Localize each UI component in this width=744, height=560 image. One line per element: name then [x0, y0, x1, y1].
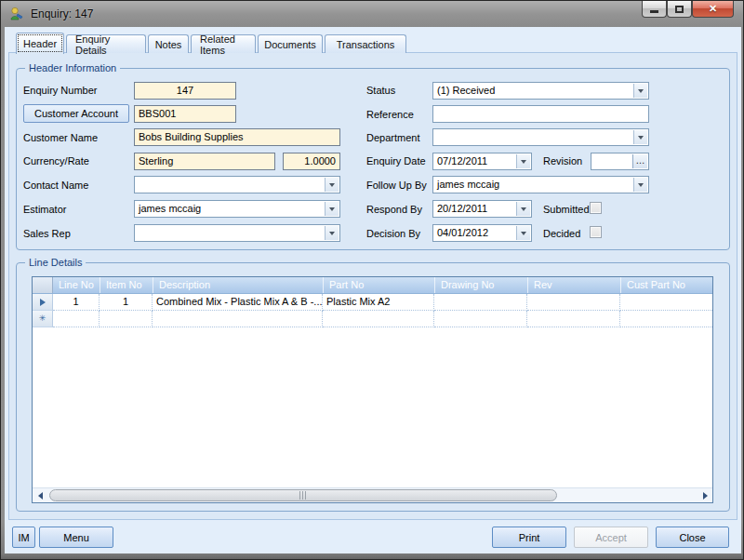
enquiry-date-value: 07/12/2011	[437, 155, 487, 167]
reference-label: Reference	[366, 109, 414, 120]
submitted-checkbox[interactable]	[590, 202, 602, 214]
column-header-part-no[interactable]: Part No	[323, 277, 434, 293]
grid-cell-empty[interactable]	[620, 311, 712, 327]
table-row[interactable]: 1 1 Combined Mix - Plastic Mix A & B -..…	[33, 294, 712, 311]
revision-field[interactable]: …	[591, 153, 649, 170]
grid-cell-empty[interactable]	[434, 311, 527, 327]
revision-ellipsis-button[interactable]: …	[632, 154, 647, 168]
header-information-group-label: Header Information	[25, 62, 120, 73]
submitted-label: Submitted	[543, 204, 590, 215]
status-value: (1) Received	[437, 85, 495, 96]
im-button[interactable]: IM	[12, 527, 35, 548]
accept-button: Accept	[574, 527, 648, 548]
scrollbar-grip-icon	[299, 491, 307, 500]
tab-related-items[interactable]: Related Items	[191, 34, 256, 53]
column-header-cust-part-no[interactable]: Cust Part No	[620, 277, 712, 293]
department-combo[interactable]	[432, 128, 649, 146]
row-selector-new[interactable]: ✳	[33, 311, 53, 327]
customer-name-field[interactable]: Bobs Building Supplies	[134, 128, 340, 146]
new-row-asterisk-icon: ✳	[39, 314, 46, 323]
grid-cell-description[interactable]: Combined Mix - Plastic Mix A & B -...	[153, 294, 323, 311]
tab-header[interactable]: Header	[16, 33, 64, 54]
department-label: Department	[366, 132, 419, 143]
estimator-dropdown-button[interactable]	[325, 202, 339, 216]
grid-cell-part-no[interactable]: Plastic Mix A2	[323, 294, 434, 311]
title-bar[interactable]: Enquiry: 147 ✕	[1, 1, 744, 27]
current-row-arrow-icon	[40, 299, 46, 306]
sales-rep-dropdown-button[interactable]	[325, 226, 339, 240]
reference-field[interactable]	[432, 105, 649, 123]
revision-label: Revision	[543, 155, 582, 167]
grid-cell-empty[interactable]	[53, 311, 100, 327]
status-dropdown-button[interactable]	[633, 84, 647, 98]
tab-notes[interactable]: Notes	[148, 34, 189, 53]
currency-field[interactable]: Sterling	[134, 153, 275, 170]
chevron-down-icon	[521, 207, 526, 211]
scrollbar-thumb[interactable]	[49, 489, 557, 501]
column-header-drawing-no[interactable]: Drawing No	[434, 277, 527, 293]
line-details-group-label: Line Details	[25, 257, 86, 268]
column-header-line-no[interactable]: Line No	[53, 277, 100, 293]
tab-strip: Header Enquiry Details Notes Related Ite…	[16, 32, 408, 53]
scroll-right-button[interactable]	[700, 491, 710, 500]
maximize-button[interactable]	[667, 1, 692, 18]
follow-up-by-dropdown-button[interactable]	[633, 178, 647, 192]
enquiry-number-label: Enquiry Number	[23, 85, 97, 96]
column-header-item-no[interactable]: Item No	[100, 277, 153, 293]
close-button[interactable]: Close	[656, 527, 729, 548]
follow-up-by-combo[interactable]: james mccaig	[432, 176, 649, 193]
rate-field[interactable]: 1.0000	[283, 153, 340, 170]
grid-cell-drawing-no[interactable]	[434, 294, 527, 311]
tab-transactions[interactable]: Transactions	[325, 34, 406, 53]
enquiry-window: Enquiry: 147 ✕ Header Enquiry Details No…	[0, 0, 744, 560]
enquiry-date-dropdown-button[interactable]	[516, 154, 530, 168]
grid-corner-cell[interactable]	[33, 277, 53, 293]
tab-enquiry-details[interactable]: Enquiry Details	[66, 34, 146, 53]
grid-cell-empty[interactable]	[153, 311, 323, 327]
close-window-button[interactable]: ✕	[692, 1, 734, 18]
respond-by-picker[interactable]: 20/12/2011	[432, 200, 532, 218]
enquiry-date-picker[interactable]: 07/12/2011	[432, 153, 532, 170]
grid-cell-item-no[interactable]: 1	[100, 294, 153, 311]
column-header-description[interactable]: Description	[153, 277, 323, 293]
decision-by-value: 04/01/2012	[437, 227, 488, 238]
grid-new-row[interactable]: ✳	[33, 311, 712, 327]
row-selector-current[interactable]	[33, 294, 53, 311]
customer-name-label: Customer Name	[23, 132, 98, 143]
grid-cell-cust-part-no[interactable]	[620, 294, 712, 311]
status-combo[interactable]: (1) Received	[432, 82, 649, 100]
grid-cell-line-no[interactable]: 1	[53, 294, 100, 311]
print-button[interactable]: Print	[492, 527, 566, 548]
chevron-down-icon	[329, 207, 335, 211]
grid-cell-empty[interactable]	[527, 311, 620, 327]
department-dropdown-button[interactable]	[633, 130, 647, 144]
sales-rep-combo[interactable]	[134, 224, 340, 242]
contact-name-combo[interactable]	[134, 176, 340, 193]
tab-documents[interactable]: Documents	[258, 34, 323, 53]
column-header-rev[interactable]: Rev	[527, 277, 620, 293]
estimator-combo[interactable]: james mccaig	[134, 200, 340, 218]
scroll-left-button[interactable]	[35, 491, 45, 500]
menu-button[interactable]: Menu	[39, 527, 113, 548]
chevron-down-icon	[638, 136, 644, 140]
respond-by-dropdown-button[interactable]	[516, 202, 530, 216]
follow-up-by-label: Follow Up By	[366, 180, 427, 191]
chevron-down-icon	[638, 89, 644, 93]
decided-checkbox[interactable]	[590, 226, 602, 238]
minimize-button[interactable]	[642, 1, 667, 18]
minimize-icon	[650, 10, 658, 13]
customer-account-button[interactable]: Customer Account	[23, 104, 129, 123]
line-details-grid: Line No Item No Description Part No Draw…	[32, 276, 713, 503]
maximize-icon	[675, 6, 684, 13]
enquiry-number-field[interactable]: 147	[134, 82, 236, 100]
horizontal-scrollbar[interactable]	[33, 487, 712, 502]
chevron-down-icon	[329, 232, 335, 235]
contact-name-dropdown-button[interactable]	[325, 178, 339, 192]
sales-rep-label: Sales Rep	[23, 228, 71, 239]
customer-account-field[interactable]: BBS001	[134, 105, 236, 123]
decision-by-dropdown-button[interactable]	[516, 226, 530, 240]
grid-cell-empty[interactable]	[100, 311, 153, 327]
grid-cell-empty[interactable]	[323, 311, 434, 327]
decision-by-picker[interactable]: 04/01/2012	[432, 224, 532, 242]
grid-cell-rev[interactable]	[527, 294, 620, 311]
